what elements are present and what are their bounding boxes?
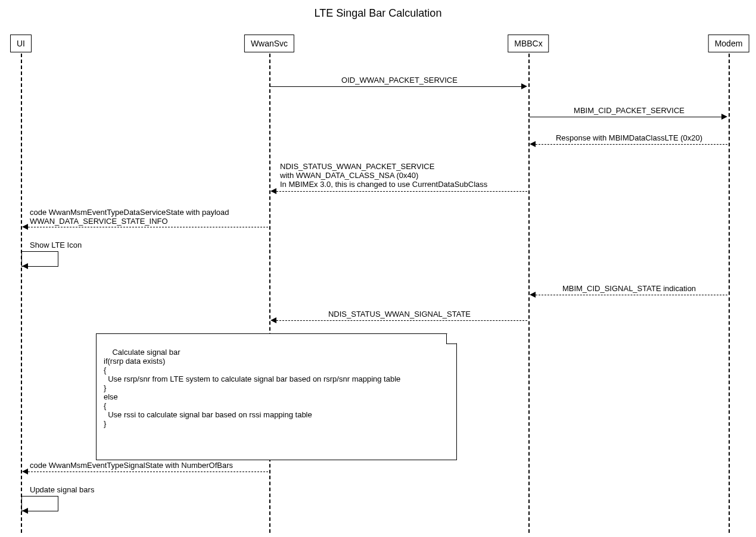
sequence-diagram: LTE Singal Bar Calculation UI WwanSvc MB… xyxy=(0,0,756,537)
actor-ui: UI xyxy=(10,35,32,52)
diagram-title: LTE Singal Bar Calculation xyxy=(0,7,756,20)
lifeline-ui xyxy=(21,54,22,533)
lifeline-wwansvc xyxy=(269,54,270,533)
lifeline-modem xyxy=(729,54,730,533)
note-text: Calculate signal bar if(rsrp data exists… xyxy=(104,348,400,428)
actor-modem: Modem xyxy=(708,35,749,52)
actor-mbbcx: MBBCx xyxy=(508,35,549,52)
note-calculate-signal-bar: Calculate signal bar if(rsrp data exists… xyxy=(96,333,457,460)
actor-wwansvc: WwanSvc xyxy=(244,35,294,52)
